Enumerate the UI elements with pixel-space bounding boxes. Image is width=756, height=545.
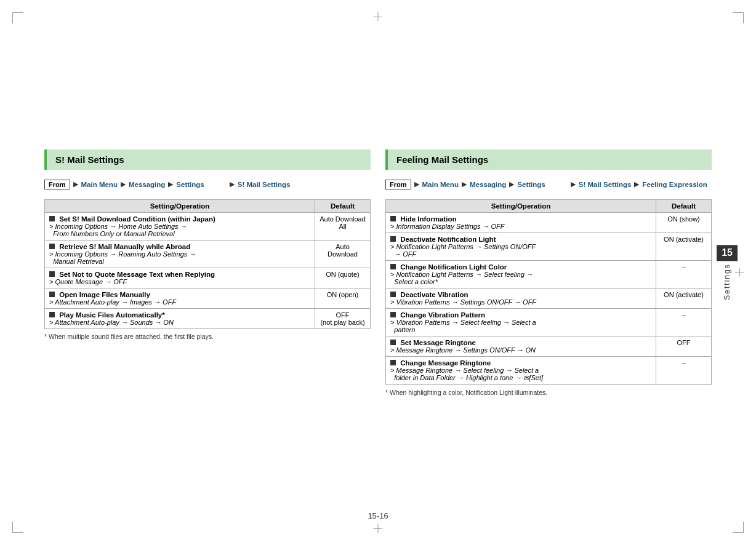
corner-mark-tr bbox=[733, 12, 744, 23]
left-arrow-4: ▶ bbox=[230, 180, 235, 188]
row-sub: > Attachment Auto-play → Images → OFF bbox=[49, 298, 176, 306]
right-bc-5: Feeling Expression bbox=[642, 181, 707, 188]
left-bc-4: S! Mail Settings bbox=[238, 181, 291, 188]
row-default: ON (activate) bbox=[656, 233, 712, 260]
table-row: Retrieve S! Mail Manually while Abroad >… bbox=[45, 240, 371, 268]
main-content: S! Mail Settings From ▶ Main Menu ▶ Mess… bbox=[0, 131, 756, 415]
row-sub: > Incoming Options → Roaming Auto Settin… bbox=[49, 250, 196, 265]
row-title: Set Message Ringtone bbox=[400, 339, 476, 346]
right-panel-title: Feeling Mail Settings bbox=[385, 149, 712, 170]
row-title: Retrieve S! Mail Manually while Abroad bbox=[59, 243, 190, 250]
row-sub: > Message Ringtone → Settings ON/OFF → O… bbox=[390, 346, 536, 354]
row-default: ON (open) bbox=[315, 288, 371, 308]
square-icon bbox=[390, 236, 396, 242]
row-sub: > Attachment Auto-play → Sounds → ON bbox=[49, 319, 174, 326]
sidebar-text: Settings bbox=[723, 263, 731, 300]
left-bc-3: Settings bbox=[176, 181, 204, 188]
right-col1-header: Setting/Operation bbox=[386, 199, 656, 212]
row-default: – bbox=[656, 308, 712, 336]
row-sub: > Vibration Patterns → Select feeling → … bbox=[390, 319, 536, 333]
row-title: Deactivate Notification Light bbox=[400, 236, 496, 243]
table-row: Play Music Files Automatically* > Attach… bbox=[45, 308, 371, 328]
square-icon bbox=[49, 244, 55, 249]
right-bc-3: Settings bbox=[517, 181, 545, 188]
row-default: OFF bbox=[656, 336, 712, 356]
corner-mark-tl bbox=[12, 12, 23, 23]
right-footnote: * When highlighting a color, Notificatio… bbox=[385, 389, 712, 396]
right-table: Setting/Operation Default Hide Informati… bbox=[385, 199, 712, 385]
row-sub: > Vibration Patterns → Settings ON/OFF →… bbox=[390, 298, 536, 306]
left-bc-2: Messaging bbox=[129, 181, 165, 188]
row-title: Hide Information bbox=[400, 215, 456, 223]
table-row: Hide Information > Information Display S… bbox=[386, 212, 712, 233]
row-default: ON (quote) bbox=[315, 268, 371, 288]
table-row: Set Message Ringtone > Message Ringtone … bbox=[386, 336, 712, 356]
row-title: Deactivate Vibration bbox=[400, 291, 468, 298]
left-col1-header: Setting/Operation bbox=[45, 199, 315, 212]
table-row: Set Not to Quote Message Text when Reply… bbox=[45, 268, 371, 288]
square-icon bbox=[390, 216, 396, 221]
right-panel: Feeling Mail Settings From ▶ Main Menu ▶… bbox=[385, 149, 712, 396]
right-from-box: From bbox=[385, 180, 411, 189]
row-title: Change Message Ringtone bbox=[400, 359, 491, 367]
row-default: – bbox=[656, 260, 712, 288]
right-breadcrumb: From ▶ Main Menu ▶ Messaging ▶ Settings … bbox=[385, 176, 712, 193]
right-col2-header: Default bbox=[656, 199, 712, 212]
row-title: Change Vibration Pattern bbox=[400, 311, 485, 319]
square-icon bbox=[49, 292, 55, 297]
left-breadcrumb: From ▶ Main Menu ▶ Messaging ▶ Settings … bbox=[44, 176, 371, 193]
page: S! Mail Settings From ▶ Main Menu ▶ Mess… bbox=[0, 0, 756, 545]
corner-mark-bl bbox=[12, 522, 23, 533]
left-panel: S! Mail Settings From ▶ Main Menu ▶ Mess… bbox=[44, 149, 371, 396]
table-row: Deactivate Notification Light > Notifica… bbox=[386, 233, 712, 260]
right-arrow-4: ▶ bbox=[571, 180, 576, 188]
sidebar-label: 15 Settings bbox=[717, 245, 738, 300]
table-row: Open Image Files Manually > Attachment A… bbox=[45, 288, 371, 308]
left-arrow-3: ▶ bbox=[168, 180, 173, 188]
center-mark-bottom bbox=[378, 524, 379, 533]
right-bc-4: S! Mail Settings bbox=[579, 181, 632, 188]
square-icon bbox=[390, 292, 396, 297]
left-bc-1: Main Menu bbox=[81, 181, 118, 188]
left-footnote: * When multiple sound files are attached… bbox=[44, 333, 371, 340]
left-from-box: From bbox=[44, 180, 70, 189]
left-panel-title: S! Mail Settings bbox=[44, 149, 371, 170]
row-sub: > Message Ringtone → Select feeling → Se… bbox=[390, 367, 543, 381]
page-number: 15-16 bbox=[368, 511, 388, 520]
row-default: OFF(not play back) bbox=[315, 308, 371, 328]
row-sub: > Incoming Options → Home Auto Settings … bbox=[49, 223, 187, 237]
right-arrow-2: ▶ bbox=[462, 180, 467, 188]
corner-mark-br bbox=[733, 522, 744, 533]
row-default: ON (activate) bbox=[656, 288, 712, 308]
row-title: Set S! Mail Download Condition (within J… bbox=[59, 215, 215, 223]
row-sub: > Notification Light Patterns → Settings… bbox=[390, 243, 536, 258]
row-sub: > Notification Light Patterns → Select f… bbox=[390, 271, 533, 285]
right-arrow-1: ▶ bbox=[414, 180, 419, 188]
row-title: Change Notification Light Color bbox=[400, 263, 507, 271]
square-icon bbox=[49, 312, 55, 317]
square-icon bbox=[390, 312, 396, 317]
sidebar-number: 15 bbox=[717, 245, 738, 261]
row-default: ON (show) bbox=[656, 212, 712, 233]
center-mark-top bbox=[378, 12, 379, 21]
right-arrow-3: ▶ bbox=[509, 180, 514, 188]
square-icon bbox=[390, 360, 396, 365]
right-bc-2: Messaging bbox=[470, 181, 506, 188]
square-icon bbox=[49, 271, 55, 277]
row-default: Auto DownloadAll bbox=[315, 212, 371, 240]
table-row: Set S! Mail Download Condition (within J… bbox=[45, 212, 371, 240]
left-table: Setting/Operation Default Set S! Mail Do… bbox=[44, 199, 371, 329]
left-arrow-1: ▶ bbox=[73, 180, 78, 188]
right-arrow-5: ▶ bbox=[634, 180, 639, 188]
right-bc-1: Main Menu bbox=[422, 181, 459, 188]
table-row: Change Notification Light Color > Notifi… bbox=[386, 260, 712, 288]
row-default: AutoDownload bbox=[315, 240, 371, 268]
table-row: Change Message Ringtone > Message Ringto… bbox=[386, 356, 712, 384]
row-default: – bbox=[656, 356, 712, 384]
row-sub: > Quote Message → OFF bbox=[49, 278, 127, 285]
row-title: Set Not to Quote Message Text when Reply… bbox=[59, 271, 215, 278]
square-icon bbox=[390, 340, 396, 345]
row-sub: > Information Display Settings → OFF bbox=[390, 223, 505, 230]
square-icon bbox=[390, 264, 396, 269]
table-row: Deactivate Vibration > Vibration Pattern… bbox=[386, 288, 712, 308]
